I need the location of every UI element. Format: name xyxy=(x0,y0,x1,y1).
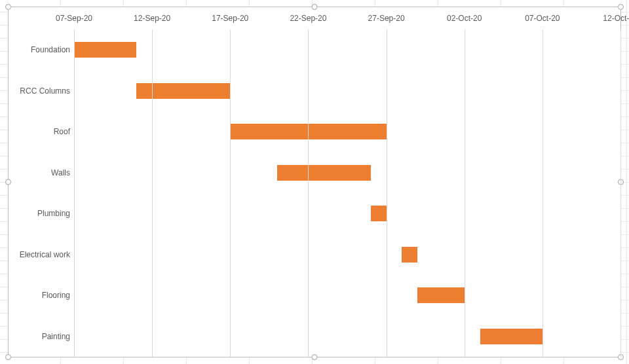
bar-slot xyxy=(74,193,620,234)
gridline xyxy=(387,29,387,357)
bar-slot xyxy=(74,29,620,71)
bar-slot xyxy=(74,111,620,153)
gridline xyxy=(152,29,153,357)
chart-object[interactable]: 07-Sep-2012-Sep-2017-Sep-2022-Sep-2027-S… xyxy=(8,7,621,357)
gantt-bar[interactable] xyxy=(277,165,371,181)
y-axis-category: Flooring xyxy=(42,291,70,300)
x-axis-tick: 27-Sep-20 xyxy=(368,14,405,23)
y-axis-category: Foundation xyxy=(31,45,70,54)
gantt-bar[interactable] xyxy=(371,206,387,221)
gridline xyxy=(620,29,621,357)
y-axis-category: Electrical work xyxy=(20,250,70,259)
x-axis-tick: 07-Oct-20 xyxy=(525,14,560,23)
gantt-bar[interactable] xyxy=(74,42,136,58)
chart-plot: 07-Sep-2012-Sep-2017-Sep-2022-Sep-2027-S… xyxy=(9,7,620,357)
gantt-bar[interactable] xyxy=(136,83,230,99)
bar-slot xyxy=(74,153,620,194)
gantt-bars xyxy=(74,29,620,357)
x-axis-tick: 12-Sep-20 xyxy=(134,14,170,23)
y-axis-category: Walls xyxy=(51,168,70,177)
y-axis-category: Roof xyxy=(54,127,70,136)
x-axis-tick: 02-Oct-20 xyxy=(447,14,482,23)
x-axis-tick: 22-Sep-20 xyxy=(290,14,326,23)
x-axis-tick: 12-Oct-20 xyxy=(603,14,629,23)
gridline xyxy=(74,29,75,357)
gridline xyxy=(543,29,543,357)
gantt-bar[interactable] xyxy=(417,287,464,303)
y-axis-category: RCC Columns xyxy=(20,86,70,96)
gridline xyxy=(308,29,309,357)
gantt-bar[interactable] xyxy=(402,247,417,263)
gridline xyxy=(230,29,231,357)
y-axis: FoundationRCC ColumnsRoofWallsPlumbingEl… xyxy=(9,29,74,357)
bar-slot xyxy=(74,316,620,357)
y-axis-category: Painting xyxy=(42,332,70,341)
y-axis-category: Plumbing xyxy=(37,209,70,218)
gridline xyxy=(465,29,465,357)
gantt-bar[interactable] xyxy=(480,329,543,344)
plot-area xyxy=(74,29,620,357)
x-axis-tick: 07-Sep-20 xyxy=(56,14,92,23)
x-axis: 07-Sep-2012-Sep-2017-Sep-2022-Sep-2027-S… xyxy=(9,7,620,29)
x-axis-tick: 17-Sep-20 xyxy=(212,14,248,23)
bar-slot xyxy=(74,275,620,316)
bar-slot xyxy=(74,71,620,112)
bar-slot xyxy=(74,234,620,276)
